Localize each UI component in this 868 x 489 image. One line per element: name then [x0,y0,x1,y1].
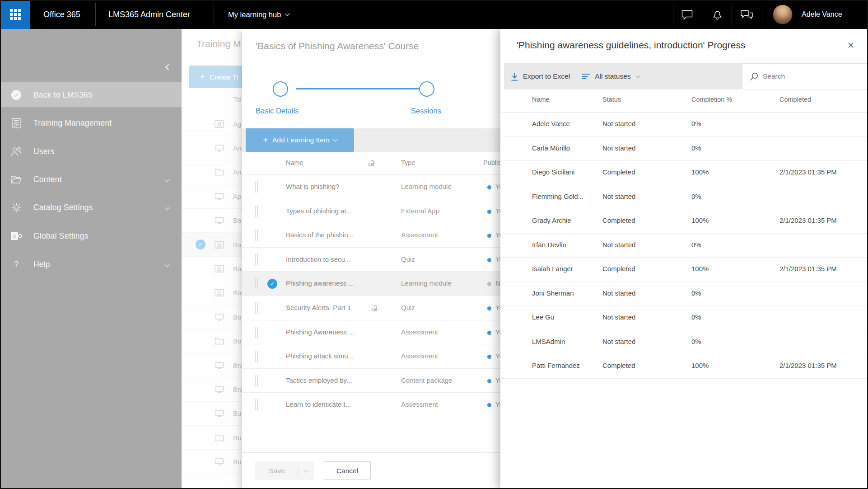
portal-switcher[interactable]: My learning hub [228,0,289,29]
wizard-step-sessions-label[interactable]: Sessions [411,107,441,115]
progress-row[interactable]: Adele Vance Not started 0% [500,113,868,137]
divider [673,3,673,26]
progress-row[interactable]: Patti Fernandez Completed 100% 2/1/2023 … [500,354,868,379]
progress-row[interactable]: Grady Archie Completed 100% 2/1/2023 01:… [500,209,868,234]
drag-handle[interactable] [255,230,258,241]
progress-row[interactable]: Carla Murillo Not started 0% [500,137,868,161]
learner-name: LMSAdmin [532,338,565,345]
learning-item-type: Assessment [401,328,438,336]
lms365-admin-screen: Back to LMS365 Training Management Users… [0,0,868,489]
cancel-button[interactable]: Cancel [324,461,371,480]
learner-status: Not started [602,241,635,249]
learner-status: Completed [602,168,635,176]
learner-completion: 0% [691,313,701,321]
brand-office365[interactable]: Office 365 [43,0,80,29]
learning-item-name: Learn to identicate t... [286,400,351,408]
search-input[interactable] [763,72,868,80]
notifications-button[interactable] [705,0,730,29]
learner-name: Adele Vance [532,120,570,127]
search-icon [750,72,758,81]
filter-icon [582,73,590,80]
learning-item-type: Assessment [401,352,438,360]
chevron-down-icon [303,467,308,472]
progress-row[interactable]: LMSAdmin Not started 0% [500,330,868,355]
chat-button[interactable] [674,0,700,29]
wizard-step-basic-details-circle[interactable] [273,81,288,97]
progress-row[interactable]: Isaiah Langer Completed 100% 2/1/2023 01… [500,258,868,282]
learning-item-name: Types of phishing at... [286,207,352,215]
learner-completion: 100% [691,265,709,273]
drag-handle[interactable] [255,302,258,314]
chevron-down-icon [333,137,337,142]
learner-name: Grady Archie [532,216,571,224]
learning-item-name: Phishing attack simu... [286,352,354,360]
learner-name: Carla Murillo [532,144,570,152]
export-to-excel-button[interactable]: Export to Excel [511,72,570,81]
published-status-dot [487,258,491,262]
sort-ascending-icon: ↑ [534,96,537,103]
unlink-icon [368,160,375,167]
learner-status: Not started [602,144,635,152]
learner-status: Completed [602,362,635,369]
drag-handle[interactable] [255,375,258,386]
divider [702,3,702,26]
learner-name: Diego Siciliani [532,168,574,176]
progress-row[interactable]: Diego Siciliani Completed 100% 2/1/2023 … [500,161,868,185]
wizard-connector-line [296,88,419,89]
learning-item-name: What is phishing? [286,183,339,190]
drag-handle[interactable] [255,206,258,217]
user-name[interactable]: Adele Vance [802,0,842,29]
published-status-dot [487,403,491,407]
status-column-header[interactable]: Status [602,96,621,103]
close-icon[interactable]: ✕ [843,37,859,53]
avatar[interactable] [773,5,793,24]
feedback-button[interactable] [734,0,759,29]
feedback-icon [740,9,753,20]
drag-handle[interactable] [255,399,258,410]
progress-table: Adele Vance Not started 0% Carla Murillo… [500,113,868,379]
learner-completion: 100% [691,168,709,176]
learner-name: Patti Fernandez [532,362,580,369]
published-status-dot [487,210,491,214]
divider [214,3,214,26]
add-learning-item-button[interactable]: + Add Learning Item [246,128,354,152]
published-status-dot [487,306,491,310]
learning-item-type: Learning module [401,183,452,190]
divider [732,3,732,26]
bell-icon [712,9,723,20]
completed-column-header[interactable]: Completed [779,96,811,103]
drag-handle[interactable] [255,327,258,338]
progress-row[interactable]: Lee Gu Not started 0% [500,306,868,330]
progress-row[interactable]: Irfan Devlin Not started 0% [500,234,868,258]
learner-completion: 100% [691,362,709,369]
save-button[interactable]: Save [255,461,314,480]
learner-completion: 0% [691,338,701,345]
divider [95,3,96,26]
wizard-step-sessions-circle[interactable] [419,81,434,97]
panel-title: 'Phishing awareness guidelines, introduc… [517,40,745,51]
progress-row[interactable]: Flemming Gold... Not started 0% [500,185,868,210]
learner-name: Flemming Gold... [532,193,583,200]
learner-completion: 0% [691,120,701,127]
completion-column-header[interactable]: Completion % [691,96,732,103]
drag-handle[interactable] [255,278,258,289]
modal-backdrop [0,29,242,489]
progress-panel: 'Phishing awareness guidelines, introduc… [500,29,868,489]
learner-status: Not started [602,120,635,127]
status-filter-dropdown[interactable]: All statuses [582,72,639,80]
learner-completion: 0% [691,241,701,249]
drag-handle[interactable] [255,351,258,362]
learning-item-type: Content package [401,376,452,384]
drag-handle[interactable] [255,254,258,265]
unlink-icon [371,305,378,312]
drag-handle[interactable] [255,181,258,193]
learning-item-name: Phishing awareness ... [286,279,354,287]
learner-completion: 0% [691,144,701,152]
split-button-divider [299,465,299,476]
learner-completion: 0% [691,289,701,297]
learner-completed-date: 2/1/2023 01:35 PM [779,216,837,224]
wizard-step-basic-details-label[interactable]: Basic Details [256,107,299,115]
app-launcher-button[interactable] [0,0,30,29]
app-title[interactable]: LMS365 Admin Center [108,0,190,29]
progress-row[interactable]: Joni Sherman Not started 0% [500,282,868,306]
